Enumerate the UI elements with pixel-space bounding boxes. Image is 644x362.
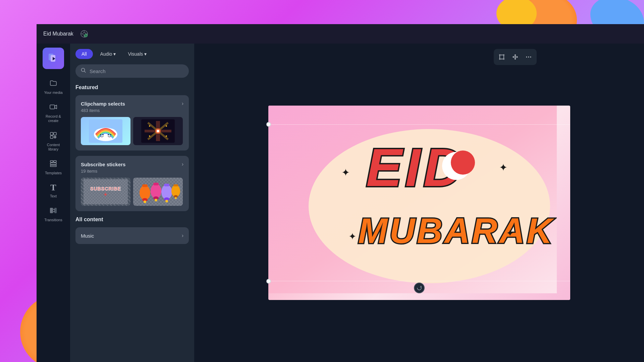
panel-scroll[interactable]: Featured Clipchamp selects › 483 items	[70, 82, 194, 362]
music-row-title: Music	[81, 233, 94, 239]
templates-icon	[49, 160, 57, 169]
subscribe-thumb-2	[133, 178, 183, 206]
sidebar-item-label-content-library: Contentlibrary	[47, 143, 60, 152]
canvas-toolbar	[494, 49, 537, 65]
app-logo[interactable]	[43, 48, 64, 69]
svg-point-66	[530, 57, 531, 58]
music-row[interactable]: Music ›	[75, 227, 189, 244]
subscribe-stickers-subtitle: 19 items	[81, 169, 183, 174]
sidebar-item-transitions[interactable]: Transitions	[38, 203, 68, 226]
sidebar-item-label-transitions: Transitions	[44, 218, 62, 222]
clipchamp-thumb-2	[133, 117, 183, 145]
content-panel: All Audio ▾ Visuals ▾	[70, 44, 194, 362]
clipchamp-selects-arrow: ›	[182, 101, 183, 107]
eid-canvas: EID MUBARAK ✦ ✦ ✦ ✦	[268, 106, 570, 300]
svg-point-72	[451, 150, 475, 175]
search-input[interactable]	[90, 68, 183, 74]
tab-audio[interactable]: Audio ▾	[96, 49, 121, 59]
clipchamp-thumb-1	[81, 117, 130, 145]
svg-rect-8	[50, 136, 53, 138]
svg-rect-7	[54, 132, 56, 135]
resize-button[interactable]	[509, 51, 521, 63]
svg-text:+: +	[104, 191, 107, 198]
sidebar-item-record-create[interactable]: Record &create	[38, 100, 68, 126]
subscribe-stickers-thumbnails: SUBSCRIBE + SUBSCRIBE	[81, 178, 183, 206]
svg-rect-15	[54, 208, 57, 213]
body-area: Your media Record &create	[37, 44, 644, 362]
svg-rect-63	[500, 55, 504, 59]
featured-section-title: Featured	[75, 84, 189, 90]
project-title: Eid Mubarak	[43, 31, 73, 37]
svg-text:✦: ✦	[348, 231, 356, 242]
tab-all[interactable]: All	[75, 49, 93, 59]
search-icon	[81, 68, 86, 74]
sidebar-item-templates[interactable]: Templates	[38, 156, 68, 179]
svg-point-54	[155, 199, 157, 201]
svg-point-62	[175, 197, 177, 199]
filter-tabs: All Audio ▾ Visuals ▾	[70, 44, 194, 62]
sidebar-item-your-media[interactable]: Your media	[38, 76, 68, 98]
svg-rect-13	[50, 165, 56, 167]
svg-point-31	[157, 130, 159, 132]
svg-rect-6	[50, 132, 53, 135]
selection-line-top	[268, 124, 570, 125]
sidebar-item-label-text: Text	[50, 194, 57, 198]
svg-text:✦: ✦	[341, 167, 350, 178]
svg-point-58	[165, 200, 168, 202]
folder-icon	[49, 79, 57, 88]
featured-section: Featured Clipchamp selects › 483 items	[75, 84, 189, 211]
transitions-icon	[49, 206, 57, 216]
sidebar-item-text[interactable]: T Text	[38, 180, 68, 202]
svg-point-22	[102, 134, 104, 135]
svg-rect-48	[142, 184, 148, 187]
svg-point-47	[140, 185, 150, 200]
clipchamp-selects-card[interactable]: Clipchamp selects › 483 items	[75, 95, 189, 150]
sidebar-item-label-templates: Templates	[45, 171, 62, 175]
app-container: Eid Mubarak	[37, 24, 644, 362]
crop-button[interactable]	[496, 51, 508, 63]
svg-text:MUBARAK: MUBARAK	[358, 211, 554, 250]
svg-point-64	[526, 57, 527, 58]
all-content-section: All content Music ›	[75, 217, 189, 244]
svg-point-51	[151, 184, 161, 198]
svg-rect-56	[164, 184, 169, 186]
search-box	[75, 64, 189, 78]
svg-text:SUBSCRIBE: SUBSCRIBE	[90, 186, 121, 191]
svg-rect-11	[54, 161, 56, 162]
handle-top-left[interactable]	[266, 122, 271, 127]
subscribe-thumb-1: SUBSCRIBE + SUBSCRIBE	[81, 178, 130, 206]
svg-point-21	[100, 134, 101, 135]
svg-text:✦: ✦	[506, 228, 514, 238]
svg-point-55	[161, 185, 172, 199]
record-icon	[49, 103, 57, 112]
clipchamp-selects-thumbnails	[81, 117, 183, 145]
card-header: Clipchamp selects ›	[81, 101, 183, 107]
content-library-icon	[49, 131, 57, 141]
svg-point-33	[166, 125, 167, 127]
rotate-handle[interactable]	[414, 283, 425, 293]
sidebar-item-label-your-media: Your media	[44, 90, 62, 95]
text-icon: T	[50, 183, 56, 192]
svg-text:✦: ✦	[499, 162, 507, 173]
svg-point-23	[108, 134, 109, 135]
sidebar-item-content-library[interactable]: Contentlibrary	[38, 128, 68, 155]
tab-visuals[interactable]: Visuals ▾	[123, 49, 151, 59]
svg-point-65	[528, 57, 529, 58]
subscribe-stickers-title: Subscribe stickers	[81, 162, 125, 167]
canvas-frame: EID MUBARAK ✦ ✦ ✦ ✦	[268, 106, 570, 300]
icon-sidebar: Your media Record &create	[37, 44, 70, 362]
svg-point-50	[144, 200, 146, 203]
subscribe-card-header: Subscribe stickers ›	[81, 161, 183, 167]
clipchamp-selects-title: Clipchamp selects	[81, 101, 125, 107]
svg-point-34	[149, 135, 150, 137]
subscribe-stickers-card[interactable]: Subscribe stickers › 19 items	[75, 156, 189, 211]
svg-point-32	[149, 125, 150, 127]
music-row-arrow: ›	[182, 233, 183, 239]
svg-rect-10	[50, 161, 53, 162]
search-container	[70, 62, 194, 82]
handle-bottom-left[interactable]	[266, 279, 271, 284]
svg-point-24	[110, 134, 111, 135]
save-status-icon[interactable]	[79, 28, 90, 39]
eid-mubarak-sticker: EID MUBARAK ✦ ✦ ✦ ✦	[268, 106, 557, 293]
more-options-button[interactable]	[523, 51, 535, 63]
